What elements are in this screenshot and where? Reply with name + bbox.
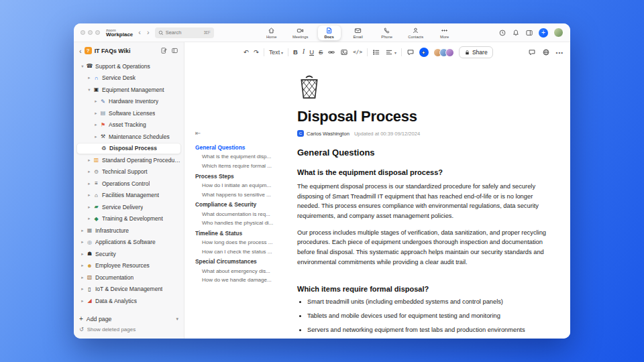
tab-phone[interactable]: Phone bbox=[376, 25, 398, 40]
chevron-right-icon[interactable]: ▸ bbox=[93, 134, 99, 139]
tab-docs[interactable]: Docs bbox=[318, 25, 341, 40]
outline-item[interactable]: Which items require formal ... bbox=[195, 162, 280, 171]
sidebar-item[interactable]: ▸▤Software Licenses bbox=[76, 107, 181, 119]
sidebar-item[interactable]: ▸∩Service Desk bbox=[76, 72, 181, 84]
chevron-right-icon[interactable]: ▸ bbox=[86, 169, 93, 174]
chevron-right-icon[interactable]: ▸ bbox=[93, 122, 99, 127]
outline-item[interactable]: How can I check the status ... bbox=[195, 247, 280, 256]
sidebar-item[interactable]: ▸◢Data & Analytics bbox=[76, 295, 181, 307]
window-controls[interactable] bbox=[80, 30, 100, 35]
image-icon[interactable] bbox=[340, 48, 348, 56]
sidebar-item[interactable]: ▸▰Service Delivery bbox=[76, 201, 181, 213]
bold-button[interactable]: B bbox=[293, 49, 298, 56]
chevron-down-icon[interactable]: ▾ bbox=[86, 87, 93, 93]
globe-icon[interactable] bbox=[542, 48, 550, 56]
tab-email[interactable]: Email bbox=[347, 25, 370, 40]
underline-button[interactable]: U bbox=[309, 49, 314, 56]
redo-icon[interactable]: ↷ bbox=[254, 49, 259, 56]
chevron-right-icon[interactable]: ▸ bbox=[86, 158, 93, 163]
new-item-button[interactable]: + bbox=[539, 28, 548, 38]
sidebar-item[interactable]: ♻Disposal Process bbox=[76, 143, 181, 155]
tab-meetings[interactable]: Meetings bbox=[289, 25, 312, 40]
outline-item[interactable]: What about emergency dis... bbox=[195, 266, 280, 276]
text-style-dropdown[interactable]: Text ▾ bbox=[269, 49, 283, 56]
search-input[interactable] bbox=[166, 29, 197, 36]
chevron-right-icon[interactable]: ▸ bbox=[79, 298, 86, 304]
sidebar-item[interactable]: ▸⌂Facilities Management bbox=[76, 190, 181, 202]
align-dropdown[interactable]: ▾ bbox=[385, 48, 396, 56]
chevron-right-icon[interactable]: ▸ bbox=[86, 181, 93, 186]
more-options-icon[interactable]: ••• bbox=[556, 50, 564, 56]
outline-item[interactable]: How do we handle damage... bbox=[195, 276, 280, 285]
sidebar-item[interactable]: ▸⚒Maintenance Schedules bbox=[76, 131, 181, 143]
chevron-right-icon[interactable]: ▸ bbox=[93, 99, 99, 104]
global-search[interactable]: ⌘F bbox=[155, 27, 214, 38]
sidebar-item[interactable]: ▸◆Training & Development bbox=[76, 213, 181, 225]
sidebar-item[interactable]: ▸⚙Technical Support bbox=[76, 166, 181, 178]
bell-icon[interactable] bbox=[512, 29, 520, 37]
outline-item[interactable]: How do I initiate an equipm... bbox=[195, 181, 280, 190]
chevron-right-icon[interactable]: ▸ bbox=[79, 251, 86, 257]
outline-section[interactable]: Compliance & Security bbox=[195, 199, 280, 209]
tab-more[interactable]: More bbox=[433, 25, 456, 40]
outline-item[interactable]: How long does the process ... bbox=[195, 238, 280, 247]
zoom-window-button[interactable] bbox=[95, 30, 100, 35]
minimize-window-button[interactable] bbox=[88, 30, 93, 35]
italic-button[interactable]: I bbox=[303, 49, 305, 56]
user-avatar[interactable] bbox=[553, 27, 564, 38]
outline-section[interactable]: Special Circumstances bbox=[195, 256, 280, 266]
sidebar-item[interactable]: ▸▥Standard Operating Procedures bbox=[76, 154, 181, 166]
code-button[interactable]: </> bbox=[353, 50, 362, 55]
forward-icon[interactable]: › bbox=[146, 29, 150, 36]
outline-item[interactable]: What happens to sensitive ... bbox=[195, 190, 280, 199]
chevron-right-icon[interactable]: ▸ bbox=[86, 75, 93, 80]
sidebar-item[interactable]: ▸☗Security bbox=[76, 248, 181, 260]
link-icon[interactable] bbox=[327, 48, 335, 56]
outline-item[interactable]: Who handles the physical di... bbox=[195, 219, 280, 228]
sidebar-item[interactable]: ▸◎Applications & Software bbox=[76, 237, 181, 249]
outline-item[interactable]: What documentation is req... bbox=[195, 209, 280, 219]
ai-companion-button[interactable] bbox=[419, 48, 429, 57]
tab-home[interactable]: Home bbox=[260, 25, 283, 40]
close-window-button[interactable] bbox=[80, 30, 85, 35]
chevron-right-icon[interactable]: ▸ bbox=[86, 216, 93, 221]
chevron-right-icon[interactable]: ▸ bbox=[79, 275, 86, 280]
collapse-outline-icon[interactable]: ⇤ bbox=[195, 129, 280, 137]
sidebar-item[interactable]: ▸✎Hardware Inventory bbox=[76, 96, 181, 108]
sidebar-toggle-icon[interactable] bbox=[171, 47, 178, 54]
undo-icon[interactable]: ↶ bbox=[244, 49, 249, 56]
chevron-right-icon[interactable]: ▸ bbox=[86, 204, 93, 210]
chevron-down-icon[interactable]: ▾ bbox=[176, 316, 178, 322]
sidebar-back-icon[interactable]: ‹ bbox=[79, 47, 82, 55]
back-icon[interactable]: ‹ bbox=[138, 29, 142, 36]
clock-icon[interactable] bbox=[498, 29, 506, 37]
outline-section[interactable]: Process Steps bbox=[195, 171, 280, 181]
sidebar-item[interactable]: ▾☎Support & Operations bbox=[76, 60, 181, 72]
sidebar-item[interactable]: ▸▧Documentation bbox=[76, 272, 181, 284]
bullet-list-icon[interactable] bbox=[372, 48, 380, 56]
outline-section[interactable]: General Questions bbox=[195, 142, 280, 152]
sidebar-item[interactable]: ▸☻Employee Resources bbox=[76, 260, 181, 272]
chevron-right-icon[interactable]: ▸ bbox=[79, 239, 86, 245]
sidebar-item[interactable]: ▸▦Infrastructure bbox=[76, 225, 181, 237]
document-content[interactable]: Disposal Process C Carlos Washington Upd… bbox=[284, 62, 570, 339]
show-deleted-pages-button[interactable]: ↺ Show deleted pages bbox=[79, 324, 178, 335]
chevron-right-icon[interactable]: ▸ bbox=[79, 286, 86, 292]
chevron-right-icon[interactable]: ▸ bbox=[86, 192, 93, 198]
comment-bubble-icon[interactable] bbox=[528, 48, 536, 56]
sidebar-item[interactable]: ▾▣Equipment Management bbox=[76, 84, 181, 96]
outline-section[interactable]: Timeline & Status bbox=[195, 228, 280, 238]
sidebar-item[interactable]: ▸≡Operations Control bbox=[76, 178, 181, 190]
chevron-right-icon[interactable]: ▸ bbox=[79, 228, 86, 233]
sidebar-item[interactable]: ▸⚑Asset Tracking bbox=[76, 119, 181, 131]
outline-item[interactable]: What is the equipment disp... bbox=[195, 152, 280, 162]
chevron-down-icon[interactable]: ▾ bbox=[79, 64, 86, 69]
collaborator-avatars[interactable] bbox=[433, 48, 454, 57]
comment-icon[interactable] bbox=[407, 48, 415, 56]
chevron-right-icon[interactable]: ▸ bbox=[93, 111, 99, 116]
share-button[interactable]: Share bbox=[459, 46, 493, 58]
add-page-button[interactable]: + Add page ▾ bbox=[79, 313, 178, 324]
chevron-right-icon[interactable]: ▸ bbox=[79, 263, 86, 268]
sidebar-item[interactable]: ▸▯IoT & Device Management bbox=[76, 284, 181, 296]
strikethrough-button[interactable]: S bbox=[319, 49, 323, 56]
